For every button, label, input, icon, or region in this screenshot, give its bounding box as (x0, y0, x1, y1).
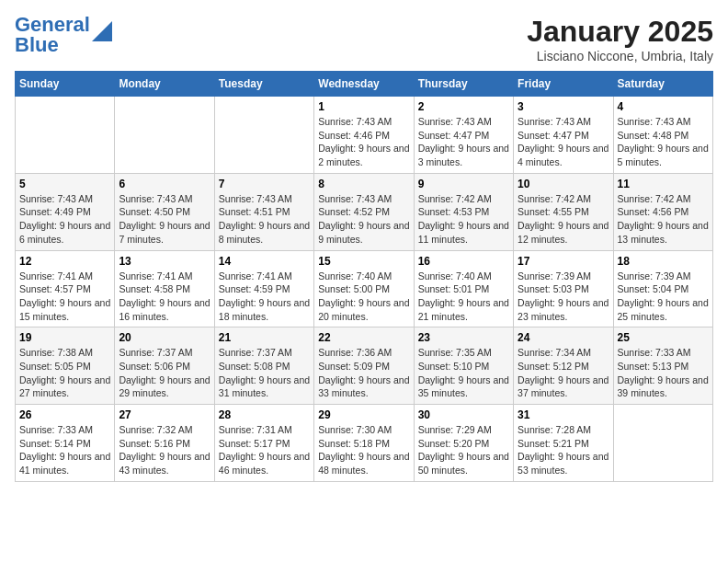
calendar-day-cell: 30Sunrise: 7:29 AMSunset: 5:20 PMDayligh… (414, 405, 513, 482)
day-number: 23 (418, 331, 509, 344)
calendar-day-cell: 6Sunrise: 7:43 AMSunset: 4:50 PMDaylight… (115, 173, 214, 250)
day-number: 21 (219, 331, 310, 344)
day-info: Sunrise: 7:43 AMSunset: 4:49 PMDaylight:… (19, 192, 110, 247)
day-number: 11 (618, 178, 709, 190)
day-info: Sunrise: 7:40 AMSunset: 5:00 PMDaylight:… (318, 270, 409, 324)
calendar-day-cell: 22Sunrise: 7:36 AMSunset: 5:09 PMDayligh… (314, 327, 414, 405)
calendar-week-row: 5Sunrise: 7:43 AMSunset: 4:49 PMDaylight… (16, 173, 713, 250)
day-info: Sunrise: 7:37 AMSunset: 5:06 PMDaylight:… (119, 346, 210, 400)
day-of-week-header: Tuesday (214, 72, 313, 97)
calendar-week-row: 1Sunrise: 7:43 AMSunset: 4:46 PMDaylight… (16, 97, 713, 174)
day-info: Sunrise: 7:36 AMSunset: 5:09 PMDaylight:… (318, 346, 409, 400)
calendar-week-row: 26Sunrise: 7:33 AMSunset: 5:14 PMDayligh… (16, 405, 713, 482)
calendar-day-cell (115, 97, 214, 174)
calendar-day-cell: 20Sunrise: 7:37 AMSunset: 5:06 PMDayligh… (115, 327, 214, 405)
day-of-week-header: Sunday (16, 72, 115, 97)
calendar-day-cell (16, 97, 115, 174)
logo-icon (92, 21, 112, 41)
calendar-day-cell: 25Sunrise: 7:33 AMSunset: 5:13 PMDayligh… (613, 327, 712, 405)
day-number: 18 (618, 255, 709, 268)
day-number: 22 (318, 331, 409, 344)
day-of-week-header: Friday (514, 72, 613, 97)
calendar-day-cell: 18Sunrise: 7:39 AMSunset: 5:04 PMDayligh… (613, 250, 712, 327)
day-number: 5 (19, 178, 110, 190)
calendar-day-cell: 27Sunrise: 7:32 AMSunset: 5:16 PMDayligh… (115, 405, 214, 482)
calendar-day-cell: 5Sunrise: 7:43 AMSunset: 4:49 PMDaylight… (16, 173, 115, 250)
calendar-table: SundayMondayTuesdayWednesdayThursdayFrid… (15, 71, 713, 482)
calendar-body: 1Sunrise: 7:43 AMSunset: 4:46 PMDaylight… (16, 97, 713, 482)
calendar-day-cell: 23Sunrise: 7:35 AMSunset: 5:10 PMDayligh… (414, 327, 513, 405)
calendar-day-cell: 15Sunrise: 7:40 AMSunset: 5:00 PMDayligh… (314, 250, 414, 327)
calendar-day-cell: 31Sunrise: 7:28 AMSunset: 5:21 PMDayligh… (514, 405, 613, 482)
calendar-day-cell: 9Sunrise: 7:42 AMSunset: 4:53 PMDaylight… (414, 173, 513, 250)
day-info: Sunrise: 7:43 AMSunset: 4:50 PMDaylight:… (119, 192, 210, 247)
calendar-day-cell: 26Sunrise: 7:33 AMSunset: 5:14 PMDayligh… (16, 405, 115, 482)
day-number: 13 (119, 255, 210, 268)
location: Lisciano Niccone, Umbria, Italy (527, 49, 713, 63)
day-info: Sunrise: 7:41 AMSunset: 4:58 PMDaylight:… (119, 270, 210, 324)
calendar-day-cell: 8Sunrise: 7:43 AMSunset: 4:52 PMDaylight… (314, 173, 414, 250)
day-number: 24 (518, 331, 609, 344)
calendar-day-cell (214, 97, 313, 174)
day-of-week-header: Monday (115, 72, 214, 97)
day-info: Sunrise: 7:43 AMSunset: 4:47 PMDaylight:… (518, 115, 609, 169)
day-info: Sunrise: 7:42 AMSunset: 4:53 PMDaylight:… (418, 192, 509, 247)
calendar-day-cell: 1Sunrise: 7:43 AMSunset: 4:46 PMDaylight… (314, 97, 414, 174)
calendar-day-cell: 10Sunrise: 7:42 AMSunset: 4:55 PMDayligh… (514, 173, 613, 250)
day-number: 8 (318, 178, 409, 190)
day-info: Sunrise: 7:30 AMSunset: 5:18 PMDaylight:… (318, 423, 409, 477)
page-header: GeneralBlue January 2025 Lisciano Niccon… (15, 15, 713, 63)
day-info: Sunrise: 7:31 AMSunset: 5:17 PMDaylight:… (219, 423, 310, 477)
day-info: Sunrise: 7:43 AMSunset: 4:52 PMDaylight:… (318, 192, 409, 247)
calendar-day-cell: 2Sunrise: 7:43 AMSunset: 4:47 PMDaylight… (414, 97, 513, 174)
calendar-day-cell: 16Sunrise: 7:40 AMSunset: 5:01 PMDayligh… (414, 250, 513, 327)
calendar-day-cell: 19Sunrise: 7:38 AMSunset: 5:05 PMDayligh… (16, 327, 115, 405)
day-info: Sunrise: 7:41 AMSunset: 4:57 PMDaylight:… (19, 270, 110, 324)
day-info: Sunrise: 7:40 AMSunset: 5:01 PMDaylight:… (418, 270, 509, 324)
calendar-week-row: 12Sunrise: 7:41 AMSunset: 4:57 PMDayligh… (16, 250, 713, 327)
calendar-day-cell: 7Sunrise: 7:43 AMSunset: 4:51 PMDaylight… (214, 173, 313, 250)
logo-text: GeneralBlue (15, 15, 90, 55)
day-number: 27 (119, 408, 210, 421)
calendar-day-cell: 14Sunrise: 7:41 AMSunset: 4:59 PMDayligh… (214, 250, 313, 327)
day-of-week-header: Wednesday (314, 72, 414, 97)
day-info: Sunrise: 7:39 AMSunset: 5:04 PMDaylight:… (618, 270, 709, 324)
day-info: Sunrise: 7:39 AMSunset: 5:03 PMDaylight:… (518, 270, 609, 324)
day-number: 7 (219, 178, 310, 190)
day-number: 25 (618, 331, 709, 344)
calendar-header-row: SundayMondayTuesdayWednesdayThursdayFrid… (16, 72, 713, 97)
day-info: Sunrise: 7:28 AMSunset: 5:21 PMDaylight:… (518, 423, 609, 477)
day-number: 15 (318, 255, 409, 268)
day-of-week-header: Saturday (613, 72, 712, 97)
calendar-day-cell: 21Sunrise: 7:37 AMSunset: 5:08 PMDayligh… (214, 327, 313, 405)
day-number: 30 (418, 408, 509, 421)
day-info: Sunrise: 7:37 AMSunset: 5:08 PMDaylight:… (219, 346, 310, 400)
day-info: Sunrise: 7:33 AMSunset: 5:13 PMDaylight:… (618, 346, 709, 400)
day-number: 12 (19, 255, 110, 268)
day-info: Sunrise: 7:29 AMSunset: 5:20 PMDaylight:… (418, 423, 509, 477)
calendar-week-row: 19Sunrise: 7:38 AMSunset: 5:05 PMDayligh… (16, 327, 713, 405)
calendar-day-cell: 17Sunrise: 7:39 AMSunset: 5:03 PMDayligh… (514, 250, 613, 327)
calendar-day-cell: 29Sunrise: 7:30 AMSunset: 5:18 PMDayligh… (314, 405, 414, 482)
month-title: January 2025 (527, 15, 713, 49)
day-info: Sunrise: 7:33 AMSunset: 5:14 PMDaylight:… (19, 423, 110, 477)
calendar-day-cell: 13Sunrise: 7:41 AMSunset: 4:58 PMDayligh… (115, 250, 214, 327)
calendar-day-cell: 28Sunrise: 7:31 AMSunset: 5:17 PMDayligh… (214, 405, 313, 482)
day-info: Sunrise: 7:42 AMSunset: 4:56 PMDaylight:… (618, 192, 709, 247)
day-number: 10 (518, 178, 609, 190)
day-info: Sunrise: 7:34 AMSunset: 5:12 PMDaylight:… (518, 346, 609, 400)
day-number: 6 (119, 178, 210, 190)
day-number: 9 (418, 178, 509, 190)
day-info: Sunrise: 7:43 AMSunset: 4:51 PMDaylight:… (219, 192, 310, 247)
calendar-day-cell: 4Sunrise: 7:43 AMSunset: 4:48 PMDaylight… (613, 97, 712, 174)
day-number: 29 (318, 408, 409, 421)
day-number: 19 (19, 331, 110, 344)
day-number: 14 (219, 255, 310, 268)
day-number: 28 (219, 408, 310, 421)
calendar-day-cell (613, 405, 712, 482)
calendar-day-cell: 12Sunrise: 7:41 AMSunset: 4:57 PMDayligh… (16, 250, 115, 327)
day-number: 3 (518, 100, 609, 113)
day-info: Sunrise: 7:43 AMSunset: 4:48 PMDaylight:… (618, 115, 709, 169)
day-number: 31 (518, 408, 609, 421)
day-info: Sunrise: 7:41 AMSunset: 4:59 PMDaylight:… (219, 270, 310, 324)
